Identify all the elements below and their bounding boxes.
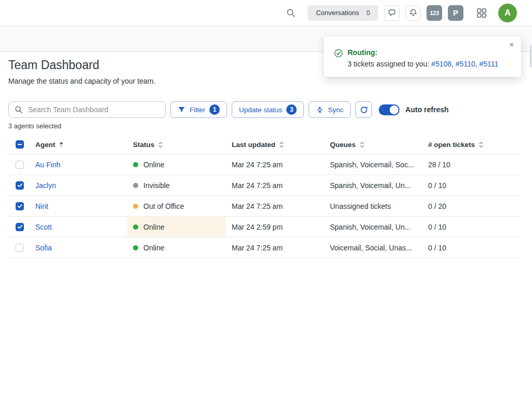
product-logo-tile[interactable]: P	[448, 5, 463, 21]
status-dot	[133, 162, 138, 167]
sort-chevrons-icon	[478, 141, 484, 148]
row-checkbox[interactable]	[16, 181, 24, 190]
update-status-count-badge: 3	[286, 104, 297, 115]
check-icon	[17, 203, 23, 209]
row-checkbox[interactable]	[16, 223, 24, 231]
column-header-agent[interactable]: Agent	[35, 135, 127, 154]
status-dot	[133, 183, 138, 188]
chat-bubble-icon	[388, 8, 396, 17]
agents-table: Agent Status Last updated Queues # open …	[8, 135, 520, 258]
search-input[interactable]	[27, 105, 160, 114]
last-updated-cell: Mar 24 7:25 am	[226, 237, 324, 258]
update-status-label: Update status	[239, 106, 282, 114]
queues-cell: Spanish, Voicemail, Un...	[324, 217, 422, 237]
sort-chevrons-icon	[360, 141, 365, 148]
refresh-button[interactable]	[355, 101, 372, 118]
ticket-separator: ,	[451, 60, 456, 68]
filter-label: Filter	[190, 106, 205, 114]
sort-ascending-icon	[59, 141, 64, 148]
product-logo-letter: P	[453, 8, 458, 17]
agent-name-link[interactable]: Sofia	[35, 244, 52, 252]
open-tickets-cell: 0 / 10	[422, 217, 520, 237]
status-label: Out of Office	[143, 202, 184, 210]
toast-title: Routing:	[348, 48, 498, 57]
badge-123-label: 123	[430, 10, 438, 16]
auto-refresh-toggle[interactable]	[379, 104, 400, 115]
conversations-count: 0	[366, 9, 370, 17]
table-row: Nirit Out of Office Mar 24 7:25 am Unass…	[8, 196, 520, 217]
last-updated-cell: Mar 24 7:25 am	[226, 196, 324, 216]
table-body: Au Finh Online Mar 24 7:25 am Spanish, V…	[8, 154, 520, 258]
open-tickets-cell: 0 / 10	[422, 175, 520, 195]
open-tickets-cell: 28 / 10	[422, 154, 520, 175]
queues-cell: Spanish, Voicemail, Un...	[324, 175, 422, 195]
last-updated-cell: Mar 24 2:59 pm	[226, 217, 324, 237]
ticket-link-2[interactable]: #5110	[456, 60, 475, 68]
last-updated-cell: Mar 24 7:25 am	[226, 154, 324, 175]
sync-label: Sync	[328, 106, 343, 114]
agent-name-link[interactable]: Au Finh	[35, 161, 60, 169]
queues-cell: Voicemail, Social, Unas...	[324, 237, 422, 258]
ticket-link-3[interactable]: #5111	[480, 60, 499, 68]
refresh-icon	[360, 105, 368, 114]
row-checkbox[interactable]	[16, 161, 24, 169]
apps-grid-icon[interactable]	[476, 8, 487, 18]
notifications-button[interactable]	[405, 5, 421, 21]
toast-message-text: 3 tickets assigned to you:	[348, 60, 431, 68]
conversations-button[interactable]: Conversations 0	[308, 5, 378, 21]
sort-chevrons-icon	[158, 141, 163, 148]
scrollbar-thumb[interactable]	[530, 45, 531, 68]
search-icon	[15, 105, 23, 114]
toast-message: 3 tickets assigned to you: #5108, #5110,…	[348, 60, 498, 68]
row-checkbox[interactable]	[16, 202, 24, 210]
status-label: Online	[143, 223, 164, 231]
open-tickets-cell: 0 / 10	[422, 237, 520, 258]
open-tickets-cell: 0 / 20	[422, 196, 520, 216]
toggle-knob	[390, 105, 398, 114]
routing-toast: × Routing: 3 tickets assigned to you: #5…	[324, 36, 521, 77]
status-dot	[133, 245, 138, 250]
status-dot	[133, 204, 138, 209]
column-header-last-updated[interactable]: Last updated	[226, 135, 324, 154]
check-icon	[17, 224, 23, 230]
check-icon	[17, 182, 23, 188]
sync-button[interactable]: Sync	[309, 101, 351, 118]
page-subtitle: Manage the status and capacity of your t…	[8, 77, 524, 85]
toast-close-icon[interactable]: ×	[509, 41, 514, 48]
selection-summary: 3 agents selected	[8, 122, 524, 130]
sync-arrows-icon	[316, 106, 324, 114]
filter-button[interactable]: Filter 1	[170, 101, 227, 118]
messages-button[interactable]	[384, 5, 400, 21]
queues-cell: Spanish, Voicemail, Soc...	[324, 154, 422, 175]
status-dot	[133, 224, 138, 230]
table-row: Sofia Online Mar 24 7:25 am Voicemail, S…	[8, 237, 520, 258]
toolbar: Filter 1 Update status 3 Sync Auto refre…	[8, 101, 524, 118]
ticket-separator: ,	[475, 60, 480, 68]
column-header-open-tickets[interactable]: # open tickets	[422, 135, 520, 154]
table-row: Scott Online Mar 24 2:59 pm Spanish, Voi…	[8, 217, 520, 237]
ticket-link-1[interactable]: #5108	[431, 60, 451, 68]
avatar-initial: A	[504, 8, 511, 18]
global-search-icon[interactable]	[286, 8, 296, 18]
agent-name-link[interactable]: Nirit	[35, 202, 48, 210]
top-nav-bar: Conversations 0 123 P A	[0, 0, 532, 26]
filter-count-badge: 1	[209, 104, 220, 115]
sort-chevrons-icon	[279, 141, 284, 148]
search-box	[8, 101, 166, 118]
auto-refresh-label: Auto refresh	[405, 105, 448, 114]
bell-icon	[409, 8, 418, 17]
agent-name-link[interactable]: Scott	[35, 223, 52, 231]
update-status-button[interactable]: Update status 3	[232, 101, 304, 118]
agent-name-link[interactable]: Jaclyn	[35, 181, 56, 190]
user-avatar[interactable]: A	[498, 4, 517, 22]
select-all-checkbox[interactable]	[16, 140, 24, 149]
column-header-queues[interactable]: Queues	[324, 135, 422, 154]
filter-funnel-icon	[178, 106, 185, 114]
table-row: Au Finh Online Mar 24 7:25 am Spanish, V…	[8, 154, 520, 175]
table-header-row: Agent Status Last updated Queues # open …	[8, 135, 520, 154]
status-label: Invisible	[143, 181, 170, 190]
last-updated-cell: Mar 24 7:25 am	[226, 175, 324, 195]
column-header-status[interactable]: Status	[127, 135, 226, 154]
row-checkbox[interactable]	[16, 244, 24, 252]
badge-123-tile[interactable]: 123	[427, 5, 442, 21]
